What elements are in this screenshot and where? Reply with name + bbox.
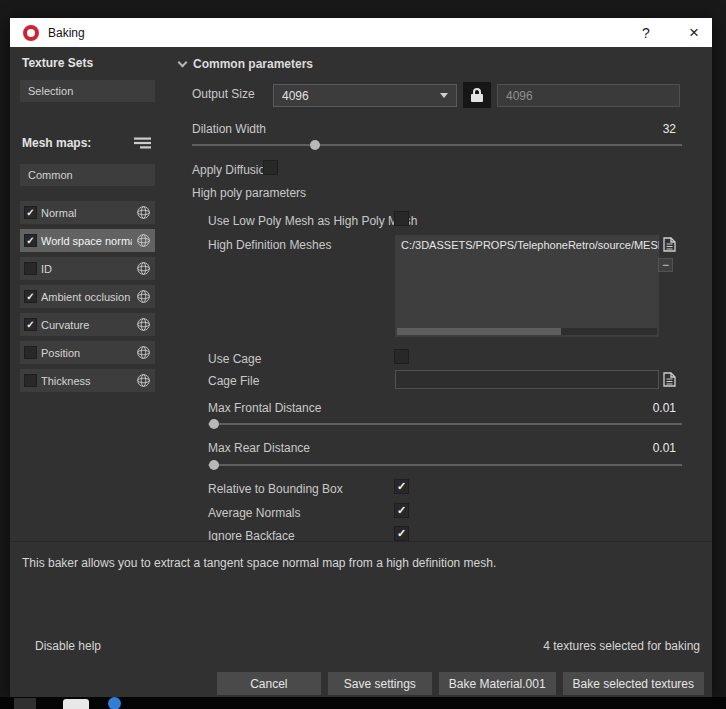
baker-help-text: This baker allows you to extract a tange… xyxy=(22,556,496,570)
mesh-sphere-icon xyxy=(136,317,151,332)
mesh-map-label: Thickness xyxy=(41,375,132,387)
mesh-maps-list: ✓Normal✓World space normalID✓Ambient occ… xyxy=(20,201,155,397)
section-title[interactable]: Common parameters xyxy=(193,57,313,71)
mesh-sphere-icon xyxy=(136,205,151,220)
texture-sets-header: Texture Sets xyxy=(22,56,93,70)
mesh-map-checkbox[interactable] xyxy=(24,262,37,275)
dilation-width-label: Dilation Width xyxy=(192,122,266,136)
apply-diffusion-label: Apply Diffusion xyxy=(192,163,272,177)
mesh-map-label: Normal xyxy=(41,207,132,219)
dilation-width-value[interactable]: 32 xyxy=(663,122,676,136)
mesh-path-item[interactable]: C:/3DASSETS/PROPS/TelephoneRetro/source/… xyxy=(395,235,659,255)
mesh-map-label: World space normal xyxy=(41,235,132,247)
dilation-width-slider-handle[interactable] xyxy=(310,140,320,150)
taskbar-window-icon[interactable] xyxy=(63,699,89,709)
mesh-map-checkbox[interactable]: ✓ xyxy=(24,318,37,331)
window-title: Baking xyxy=(48,26,85,40)
dilation-width-slider[interactable] xyxy=(192,144,682,146)
relative-to-bounding-box-label: Relative to Bounding Box xyxy=(208,482,343,496)
footer-buttons: CancelSave settingsBake Material.001Bake… xyxy=(217,672,704,695)
mesh-map-label: ID xyxy=(41,263,132,275)
ignore-backface-checkbox[interactable]: ✓ xyxy=(394,526,409,541)
disable-help-link[interactable]: Disable help xyxy=(35,639,101,653)
mesh-map-row[interactable]: ✓Curvature xyxy=(20,313,155,336)
window-close-button[interactable]: × xyxy=(678,18,710,47)
hdm-scrollbar-thumb[interactable] xyxy=(397,328,561,335)
mesh-map-label: Curvature xyxy=(41,319,132,331)
mesh-map-row[interactable]: ✓Normal xyxy=(20,201,155,224)
output-size-lock-button[interactable] xyxy=(463,82,491,108)
save-settings-button[interactable]: Save settings xyxy=(328,672,432,695)
mesh-map-row[interactable]: ID xyxy=(20,257,155,280)
use-cage-checkbox[interactable] xyxy=(394,349,409,364)
mesh-map-row[interactable]: ✓Ambient occlusion xyxy=(20,285,155,308)
cage-file-input[interactable] xyxy=(395,370,659,389)
add-mesh-file-icon[interactable] xyxy=(661,236,677,252)
high-poly-parameters-header: High poly parameters xyxy=(192,186,306,200)
mesh-map-checkbox[interactable] xyxy=(24,374,37,387)
use-low-poly-label: Use Low Poly Mesh as High Poly Mesh xyxy=(208,214,417,228)
max-frontal-distance-slider[interactable] xyxy=(208,423,682,425)
mesh-maps-common-item[interactable]: Common xyxy=(20,164,155,186)
taskbar xyxy=(0,697,726,709)
chevron-down-icon xyxy=(440,93,448,98)
substance-logo-icon xyxy=(23,25,39,41)
high-definition-meshes-label: High Definition Meshes xyxy=(208,238,331,252)
output-size-value: 4096 xyxy=(282,89,309,103)
mesh-map-label: Position xyxy=(41,347,132,359)
max-frontal-distance-value[interactable]: 0.01 xyxy=(653,401,676,415)
title-bar[interactable]: Baking ? × xyxy=(10,18,712,47)
cage-file-browse-icon[interactable] xyxy=(661,371,677,387)
mesh-map-checkbox[interactable] xyxy=(24,346,37,359)
mesh-maps-header: Mesh maps: xyxy=(22,136,91,150)
max-rear-distance-slider[interactable] xyxy=(208,464,682,466)
use-low-poly-checkbox[interactable] xyxy=(394,211,409,226)
mesh-sphere-icon xyxy=(136,261,151,276)
mesh-maps-settings-icon[interactable] xyxy=(134,135,151,153)
bake-selected-textures-button[interactable]: Bake selected textures xyxy=(563,672,704,695)
average-normals-checkbox[interactable]: ✓ xyxy=(394,503,409,518)
mesh-sphere-icon xyxy=(136,289,151,304)
mesh-sphere-icon xyxy=(136,373,151,388)
selection-summary: 4 textures selected for baking xyxy=(543,639,700,653)
mesh-map-checkbox[interactable]: ✓ xyxy=(24,290,37,303)
mesh-sphere-icon xyxy=(136,233,151,248)
mesh-map-checkbox[interactable]: ✓ xyxy=(24,234,37,247)
mesh-sphere-icon xyxy=(136,345,151,360)
common-parameters-panel: Common parameters Output Size 4096 Dilat… xyxy=(170,47,712,541)
max-frontal-distance-slider-handle[interactable] xyxy=(209,419,219,429)
texture-set-selection-item[interactable]: Selection xyxy=(20,80,155,102)
mesh-map-checkbox[interactable]: ✓ xyxy=(24,206,37,219)
output-size-dropdown[interactable]: 4096 xyxy=(273,84,457,107)
apply-diffusion-checkbox[interactable] xyxy=(263,160,278,175)
ignore-backface-label: Ignore Backface xyxy=(208,529,295,541)
bake-material-button[interactable]: Bake Material.001 xyxy=(439,672,556,695)
cage-file-label: Cage File xyxy=(208,374,259,388)
baking-dialog: Baking ? × Texture Sets Selection Mesh m… xyxy=(10,18,712,697)
max-rear-distance-slider-handle[interactable] xyxy=(209,460,219,470)
footer-divider xyxy=(10,541,712,542)
output-size-height-input[interactable] xyxy=(497,84,680,107)
max-rear-distance-value[interactable]: 0.01 xyxy=(653,441,676,455)
max-frontal-distance-label: Max Frontal Distance xyxy=(208,401,321,415)
sidebar: Texture Sets Selection Mesh maps: Common… xyxy=(10,47,170,697)
mesh-map-row[interactable]: Thickness xyxy=(20,369,155,392)
remove-mesh-button[interactable]: − xyxy=(658,258,673,272)
cancel-button[interactable]: Cancel xyxy=(217,672,321,695)
hdm-horizontal-scrollbar xyxy=(397,328,657,335)
average-normals-label: Average Normals xyxy=(208,506,300,520)
use-cage-label: Use Cage xyxy=(208,352,261,366)
relative-to-bounding-box-checkbox[interactable]: ✓ xyxy=(394,479,409,494)
taskbar-app-icon[interactable] xyxy=(14,698,36,709)
high-definition-meshes-list[interactable]: C:/3DASSETS/PROPS/TelephoneRetro/source/… xyxy=(395,235,659,337)
max-rear-distance-label: Max Rear Distance xyxy=(208,441,310,455)
mesh-map-row[interactable]: Position xyxy=(20,341,155,364)
mesh-map-row[interactable]: ✓World space normal xyxy=(20,229,155,252)
output-size-label: Output Size xyxy=(192,87,255,101)
section-collapse-chevron-icon[interactable] xyxy=(178,58,188,68)
mesh-map-label: Ambient occlusion xyxy=(41,291,132,303)
taskbar-blue-icon[interactable] xyxy=(108,697,121,709)
window-help-button[interactable]: ? xyxy=(630,18,662,47)
